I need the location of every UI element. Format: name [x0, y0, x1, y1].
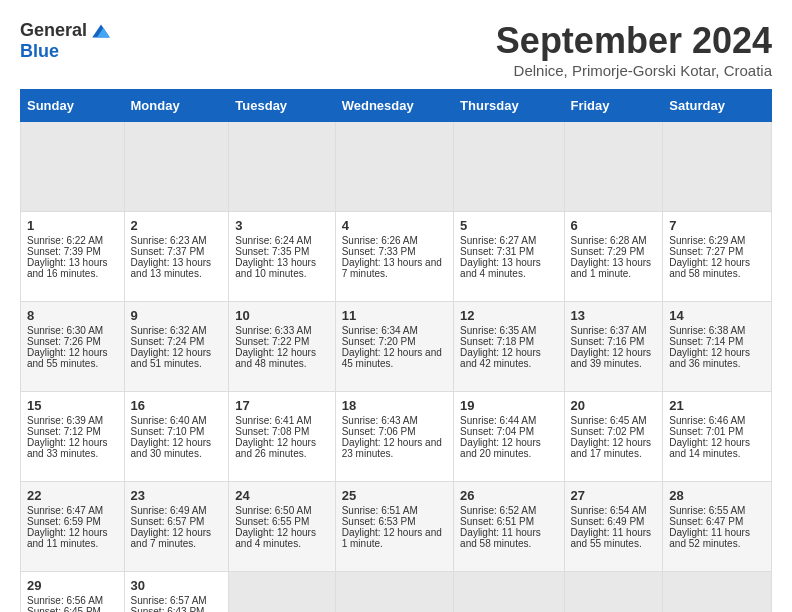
sunrise-text: Sunrise: 6:34 AM	[342, 325, 447, 336]
sunrise-text: Sunrise: 6:33 AM	[235, 325, 328, 336]
daylight-text: Daylight: 13 hours and 13 minutes.	[131, 257, 223, 279]
logo-blue-text: Blue	[20, 41, 59, 62]
sunset-text: Sunset: 6:45 PM	[27, 606, 118, 612]
sunset-text: Sunset: 6:51 PM	[460, 516, 557, 527]
month-title: September 2024	[496, 20, 772, 62]
calendar-cell: 20Sunrise: 6:45 AMSunset: 7:02 PMDayligh…	[564, 392, 663, 482]
daylight-text: Daylight: 13 hours and 10 minutes.	[235, 257, 328, 279]
day-number: 21	[669, 398, 765, 413]
calendar-cell	[21, 122, 125, 212]
calendar-cell: 23Sunrise: 6:49 AMSunset: 6:57 PMDayligh…	[124, 482, 229, 572]
page-header: General Blue September 2024 Delnice, Pri…	[20, 20, 772, 79]
daylight-text: Daylight: 12 hours and 20 minutes.	[460, 437, 557, 459]
day-number: 10	[235, 308, 328, 323]
sunset-text: Sunset: 7:33 PM	[342, 246, 447, 257]
calendar-cell: 2Sunrise: 6:23 AMSunset: 7:37 PMDaylight…	[124, 212, 229, 302]
weekday-header-tuesday: Tuesday	[229, 90, 335, 122]
sunrise-text: Sunrise: 6:47 AM	[27, 505, 118, 516]
day-number: 18	[342, 398, 447, 413]
sunset-text: Sunset: 7:37 PM	[131, 246, 223, 257]
calendar-cell	[124, 122, 229, 212]
sunrise-text: Sunrise: 6:45 AM	[571, 415, 657, 426]
day-number: 17	[235, 398, 328, 413]
sunset-text: Sunset: 7:26 PM	[27, 336, 118, 347]
calendar-cell: 12Sunrise: 6:35 AMSunset: 7:18 PMDayligh…	[454, 302, 564, 392]
sunset-text: Sunset: 7:10 PM	[131, 426, 223, 437]
logo-icon	[89, 21, 113, 41]
calendar-cell: 3Sunrise: 6:24 AMSunset: 7:35 PMDaylight…	[229, 212, 335, 302]
sunset-text: Sunset: 6:43 PM	[131, 606, 223, 612]
calendar-cell: 18Sunrise: 6:43 AMSunset: 7:06 PMDayligh…	[335, 392, 453, 482]
daylight-text: Daylight: 12 hours and 33 minutes.	[27, 437, 118, 459]
calendar-cell: 19Sunrise: 6:44 AMSunset: 7:04 PMDayligh…	[454, 392, 564, 482]
sunset-text: Sunset: 7:16 PM	[571, 336, 657, 347]
daylight-text: Daylight: 12 hours and 11 minutes.	[27, 527, 118, 549]
sunrise-text: Sunrise: 6:29 AM	[669, 235, 765, 246]
calendar-cell	[335, 572, 453, 613]
weekday-header-monday: Monday	[124, 90, 229, 122]
calendar-cell: 17Sunrise: 6:41 AMSunset: 7:08 PMDayligh…	[229, 392, 335, 482]
sunset-text: Sunset: 6:55 PM	[235, 516, 328, 527]
sunset-text: Sunset: 6:53 PM	[342, 516, 447, 527]
day-number: 28	[669, 488, 765, 503]
daylight-text: Daylight: 11 hours and 55 minutes.	[571, 527, 657, 549]
calendar-cell	[335, 122, 453, 212]
sunset-text: Sunset: 7:18 PM	[460, 336, 557, 347]
calendar-cell: 14Sunrise: 6:38 AMSunset: 7:14 PMDayligh…	[663, 302, 772, 392]
day-number: 24	[235, 488, 328, 503]
daylight-text: Daylight: 12 hours and 17 minutes.	[571, 437, 657, 459]
weekday-header-row: SundayMondayTuesdayWednesdayThursdayFrid…	[21, 90, 772, 122]
weekday-header-saturday: Saturday	[663, 90, 772, 122]
sunrise-text: Sunrise: 6:26 AM	[342, 235, 447, 246]
day-number: 5	[460, 218, 557, 233]
day-number: 7	[669, 218, 765, 233]
calendar-cell: 6Sunrise: 6:28 AMSunset: 7:29 PMDaylight…	[564, 212, 663, 302]
title-section: September 2024 Delnice, Primorje-Gorski …	[496, 20, 772, 79]
daylight-text: Daylight: 12 hours and 7 minutes.	[131, 527, 223, 549]
sunrise-text: Sunrise: 6:55 AM	[669, 505, 765, 516]
sunset-text: Sunset: 7:02 PM	[571, 426, 657, 437]
daylight-text: Daylight: 11 hours and 58 minutes.	[460, 527, 557, 549]
calendar-cell	[229, 122, 335, 212]
week-row-5: 29Sunrise: 6:56 AMSunset: 6:45 PMDayligh…	[21, 572, 772, 613]
sunrise-text: Sunrise: 6:32 AM	[131, 325, 223, 336]
daylight-text: Daylight: 12 hours and 4 minutes.	[235, 527, 328, 549]
sunset-text: Sunset: 7:22 PM	[235, 336, 328, 347]
day-number: 15	[27, 398, 118, 413]
location-title: Delnice, Primorje-Gorski Kotar, Croatia	[496, 62, 772, 79]
sunrise-text: Sunrise: 6:41 AM	[235, 415, 328, 426]
daylight-text: Daylight: 12 hours and 14 minutes.	[669, 437, 765, 459]
calendar-cell: 21Sunrise: 6:46 AMSunset: 7:01 PMDayligh…	[663, 392, 772, 482]
sunset-text: Sunset: 7:27 PM	[669, 246, 765, 257]
sunrise-text: Sunrise: 6:56 AM	[27, 595, 118, 606]
calendar-cell: 8Sunrise: 6:30 AMSunset: 7:26 PMDaylight…	[21, 302, 125, 392]
day-number: 20	[571, 398, 657, 413]
calendar-cell: 1Sunrise: 6:22 AMSunset: 7:39 PMDaylight…	[21, 212, 125, 302]
day-number: 30	[131, 578, 223, 593]
sunrise-text: Sunrise: 6:49 AM	[131, 505, 223, 516]
sunrise-text: Sunrise: 6:37 AM	[571, 325, 657, 336]
day-number: 12	[460, 308, 557, 323]
week-row-3: 15Sunrise: 6:39 AMSunset: 7:12 PMDayligh…	[21, 392, 772, 482]
calendar-cell: 29Sunrise: 6:56 AMSunset: 6:45 PMDayligh…	[21, 572, 125, 613]
sunrise-text: Sunrise: 6:40 AM	[131, 415, 223, 426]
sunrise-text: Sunrise: 6:23 AM	[131, 235, 223, 246]
daylight-text: Daylight: 12 hours and 30 minutes.	[131, 437, 223, 459]
sunrise-text: Sunrise: 6:30 AM	[27, 325, 118, 336]
daylight-text: Daylight: 12 hours and 1 minute.	[342, 527, 447, 549]
calendar-cell	[564, 572, 663, 613]
calendar-cell: 30Sunrise: 6:57 AMSunset: 6:43 PMDayligh…	[124, 572, 229, 613]
daylight-text: Daylight: 11 hours and 52 minutes.	[669, 527, 765, 549]
sunset-text: Sunset: 6:57 PM	[131, 516, 223, 527]
calendar-cell: 10Sunrise: 6:33 AMSunset: 7:22 PMDayligh…	[229, 302, 335, 392]
day-number: 2	[131, 218, 223, 233]
daylight-text: Daylight: 13 hours and 7 minutes.	[342, 257, 447, 279]
day-number: 29	[27, 578, 118, 593]
sunrise-text: Sunrise: 6:50 AM	[235, 505, 328, 516]
weekday-header-friday: Friday	[564, 90, 663, 122]
calendar-cell: 9Sunrise: 6:32 AMSunset: 7:24 PMDaylight…	[124, 302, 229, 392]
daylight-text: Daylight: 12 hours and 23 minutes.	[342, 437, 447, 459]
sunset-text: Sunset: 7:31 PM	[460, 246, 557, 257]
daylight-text: Daylight: 12 hours and 48 minutes.	[235, 347, 328, 369]
day-number: 9	[131, 308, 223, 323]
